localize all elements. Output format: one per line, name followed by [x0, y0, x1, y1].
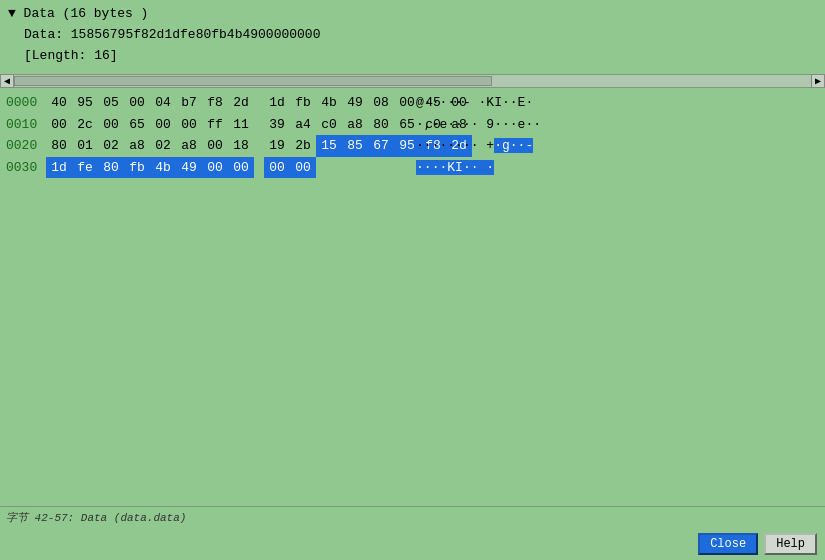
- ascii-char: ·: [510, 138, 518, 153]
- hex-spacer: [254, 157, 264, 178]
- hex-byte[interactable]: 08: [368, 92, 394, 113]
- ascii-char: ·: [447, 117, 455, 132]
- ascii-char: ·: [424, 138, 432, 153]
- hex-row: 00004095050004b7f82d1dfb4b4908004500@···…: [6, 92, 819, 113]
- hex-byte[interactable]: 00: [176, 114, 202, 135]
- hex-byte[interactable]: 05: [98, 92, 124, 113]
- hex-row: 00301dfe80fb4b4900000000····KI·· ·: [6, 157, 819, 178]
- hex-byte[interactable]: b7: [176, 92, 202, 113]
- hex-ascii: @·····- ·KI··E·: [416, 92, 536, 113]
- hex-byte[interactable]: 00: [202, 157, 228, 178]
- hex-byte[interactable]: fb: [124, 157, 150, 178]
- hex-byte[interactable]: fb: [290, 92, 316, 113]
- hex-byte[interactable]: 67: [368, 135, 394, 156]
- hex-byte[interactable]: 18: [228, 135, 254, 156]
- hex-offset: 0030: [6, 157, 46, 178]
- hex-byte[interactable]: 15: [316, 135, 342, 156]
- hex-byte[interactable]: 2b: [290, 135, 316, 156]
- ascii-char: ·: [416, 138, 424, 153]
- hex-byte[interactable]: 65: [124, 114, 150, 135]
- hex-byte[interactable]: 00: [46, 114, 72, 135]
- hex-byte[interactable]: 00: [98, 114, 124, 135]
- hex-byte[interactable]: 85: [342, 135, 368, 156]
- hex-ascii: ·,·e···· 9···e··: [416, 114, 541, 135]
- ascii-char: I: [455, 160, 463, 175]
- hex-byte[interactable]: 39: [264, 114, 290, 135]
- hex-byte[interactable]: a8: [176, 135, 202, 156]
- hex-byte[interactable]: fe: [72, 157, 98, 178]
- hex-byte[interactable]: 00: [150, 114, 176, 135]
- hex-byte[interactable]: 80: [368, 114, 394, 135]
- right-arrow-icon: ▶: [815, 75, 821, 87]
- ascii-char: ·: [455, 95, 463, 110]
- ascii-char: K: [486, 95, 494, 110]
- ascii-char: +: [486, 138, 494, 153]
- hex-byte[interactable]: 49: [176, 157, 202, 178]
- ascii-char: ·: [494, 117, 502, 132]
- hex-ascii: ········ +·g··-: [416, 135, 536, 156]
- left-arrow-icon: ◀: [4, 75, 10, 87]
- hex-byte[interactable]: 01: [72, 135, 98, 156]
- data-line: Data: 15856795f82d1dfe80fb4b4900000000: [8, 25, 817, 46]
- main-panel: ▼ Data (16 bytes ) Data: 15856795f82d1df…: [0, 0, 825, 560]
- hex-spacer: [254, 135, 264, 156]
- hex-bytes: 800102a802a80018192b15856795f82d: [46, 135, 406, 156]
- ascii-char: ·: [486, 160, 494, 175]
- hex-byte[interactable]: 00: [228, 157, 254, 178]
- scrollbar-area: ◀ ▶: [0, 74, 825, 88]
- scroll-thumb[interactable]: [14, 76, 492, 86]
- length-line: [Length: 16]: [8, 46, 817, 67]
- hex-byte[interactable]: 4b: [316, 92, 342, 113]
- hex-byte[interactable]: a8: [342, 114, 368, 135]
- hex-byte[interactable]: 02: [98, 135, 124, 156]
- hex-byte[interactable]: 11: [228, 114, 254, 135]
- ascii-char: ·: [463, 138, 471, 153]
- ascii-char: ·: [447, 138, 455, 153]
- hex-byte[interactable]: 00: [290, 157, 316, 178]
- hex-byte[interactable]: ff: [202, 114, 228, 135]
- hex-byte[interactable]: 80: [46, 135, 72, 156]
- hex-byte[interactable]: 19: [264, 135, 290, 156]
- ascii-char: [471, 95, 479, 110]
- hex-byte[interactable]: 80: [98, 157, 124, 178]
- ascii-char: ,: [424, 117, 432, 132]
- left-scroll-arrow[interactable]: ◀: [0, 74, 14, 88]
- ascii-char: ·: [416, 117, 424, 132]
- ascii-char: ·: [510, 117, 518, 132]
- hex-bytes: 1dfe80fb4b4900000000: [46, 157, 406, 178]
- hex-byte[interactable]: 00: [202, 135, 228, 156]
- help-button[interactable]: Help: [764, 533, 817, 555]
- hex-byte[interactable]: 04: [150, 92, 176, 113]
- hex-byte[interactable]: 00: [124, 92, 150, 113]
- ascii-char: ·: [424, 160, 432, 175]
- close-button[interactable]: Close: [698, 533, 758, 555]
- hex-byte[interactable]: 1d: [264, 92, 290, 113]
- hex-byte[interactable]: 49: [342, 92, 368, 113]
- ascii-char: 9: [486, 117, 494, 132]
- hex-byte[interactable]: a4: [290, 114, 316, 135]
- hex-byte[interactable]: 1d: [46, 157, 72, 178]
- status-bar: 字节 42-57: Data (data.data): [0, 506, 825, 528]
- hex-byte[interactable]: 02: [150, 135, 176, 156]
- hex-byte[interactable]: 2c: [72, 114, 98, 135]
- ascii-char: ·: [471, 160, 479, 175]
- ascii-char: -: [525, 138, 533, 153]
- ascii-char: ·: [494, 138, 502, 153]
- ascii-char: ·: [471, 117, 479, 132]
- ascii-char: ·: [471, 138, 479, 153]
- scroll-track[interactable]: [14, 75, 811, 87]
- hex-byte[interactable]: f8: [202, 92, 228, 113]
- hex-byte[interactable]: 95: [72, 92, 98, 113]
- ascii-char: ·: [502, 117, 510, 132]
- hex-area: 00004095050004b7f82d1dfb4b4908004500@···…: [0, 88, 825, 506]
- ascii-char: ·: [525, 95, 533, 110]
- right-scroll-arrow[interactable]: ▶: [811, 74, 825, 88]
- hex-byte[interactable]: 2d: [228, 92, 254, 113]
- hex-byte[interactable]: a8: [124, 135, 150, 156]
- ascii-char: K: [447, 160, 455, 175]
- hex-byte[interactable]: c0: [316, 114, 342, 135]
- hex-byte[interactable]: 00: [264, 157, 290, 178]
- hex-ascii: ····KI·· ·: [416, 157, 536, 178]
- hex-byte[interactable]: 40: [46, 92, 72, 113]
- hex-byte[interactable]: 4b: [150, 157, 176, 178]
